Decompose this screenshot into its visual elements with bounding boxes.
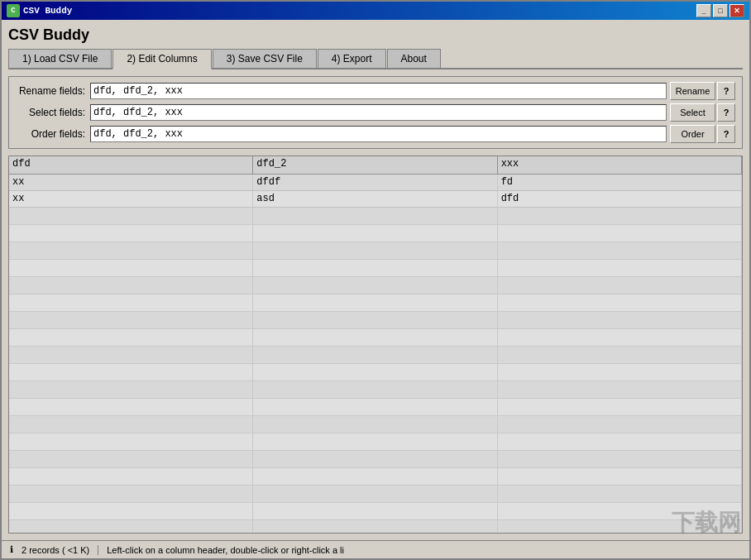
grid-cell-1-0: xx (9, 191, 253, 207)
grid-empty-row (9, 416, 742, 433)
grid-empty-row (9, 347, 742, 364)
grid-header-col-0[interactable]: dfd (9, 156, 253, 174)
window-title: CSV Buddy (23, 6, 72, 16)
rename-help-button[interactable]: ? (717, 82, 735, 100)
title-bar-left: C CSV Buddy (7, 4, 72, 17)
grid-header: dfd dfd_2 xxx (9, 156, 742, 175)
app-title: CSV Buddy (8, 26, 743, 44)
status-hint: Left-click on a column header, double-cl… (98, 545, 746, 555)
content-area: CSV Buddy 1) Load CSV File 2) Edit Colum… (2, 20, 749, 540)
grid-body: xx dfdf fd xx asd dfd (9, 175, 742, 533)
grid-cell-0-0: xx (9, 175, 253, 190)
grid-cell-0-1: dfdf (253, 175, 497, 190)
close-button[interactable]: ✕ (729, 4, 744, 17)
grid-cell-1-2: dfd (498, 191, 742, 207)
order-help-button[interactable]: ? (717, 125, 735, 143)
grid-empty-row (9, 312, 742, 329)
tab-about[interactable]: About (387, 49, 441, 68)
title-bar: C CSV Buddy _ □ ✕ (2, 2, 749, 20)
rename-label: Rename fields: (16, 85, 90, 97)
order-input[interactable] (90, 126, 667, 142)
grid-empty-row (9, 260, 742, 277)
maximize-button[interactable]: □ (713, 4, 728, 17)
grid-empty-row (9, 486, 742, 503)
status-records: 2 records ( <1 K) (22, 545, 98, 555)
grid-empty-row (9, 433, 742, 451)
tab-load[interactable]: 1) Load CSV File (8, 49, 112, 68)
grid-header-col-2[interactable]: xxx (498, 156, 742, 174)
grid-cell-1-1: asd (253, 191, 497, 207)
status-icon: ℹ (5, 543, 18, 557)
main-window: C CSV Buddy _ □ ✕ CSV Buddy 1) Load CSV … (0, 0, 751, 560)
rename-input[interactable] (90, 83, 667, 99)
select-button[interactable]: Select (670, 103, 715, 122)
select-input[interactable] (90, 104, 667, 121)
grid-cell-0-2: fd (498, 175, 742, 190)
rename-row: Rename fields: Rename ? (16, 82, 735, 100)
grid-empty-row (9, 294, 742, 312)
order-button[interactable]: Order (670, 125, 715, 143)
grid-empty-row (9, 503, 742, 520)
grid-empty-row (9, 208, 742, 225)
grid-empty-row (9, 451, 742, 468)
minimize-button[interactable]: _ (696, 4, 711, 17)
tab-save[interactable]: 3) Save CSV File (213, 49, 317, 68)
select-row: Select fields: Select ? (16, 103, 735, 122)
grid-empty-row (9, 329, 742, 347)
grid-empty-row (9, 399, 742, 416)
grid-empty-row (9, 277, 742, 294)
grid-header-col-1[interactable]: dfd_2 (253, 156, 497, 174)
table-row: xx dfdf fd (9, 175, 742, 191)
select-label: Select fields: (16, 107, 90, 118)
grid-empty-row (9, 225, 742, 242)
tab-bar: 1) Load CSV File 2) Edit Columns 3) Save… (8, 49, 743, 69)
status-bar: ℹ 2 records ( <1 K) Left-click on a colu… (2, 540, 749, 558)
grid-empty-row (9, 468, 742, 486)
select-help-button[interactable]: ? (717, 103, 735, 122)
order-label: Order fields: (16, 128, 90, 140)
rename-button[interactable]: Rename (670, 82, 715, 100)
grid-empty-row (9, 364, 742, 381)
grid-empty-row (9, 242, 742, 260)
grid-empty-row (9, 520, 742, 533)
data-grid: dfd dfd_2 xxx xx dfdf fd xx asd dfd (8, 156, 743, 534)
tab-export[interactable]: 4) Export (318, 49, 386, 68)
table-row: xx asd dfd (9, 191, 742, 208)
grid-empty-row (9, 381, 742, 399)
app-icon: C (7, 4, 20, 17)
fields-panel: Rename fields: Rename ? Select fields: S… (8, 76, 743, 149)
tab-edit[interactable]: 2) Edit Columns (112, 49, 211, 69)
window-controls: _ □ ✕ (696, 4, 744, 17)
order-row: Order fields: Order ? (16, 125, 735, 143)
